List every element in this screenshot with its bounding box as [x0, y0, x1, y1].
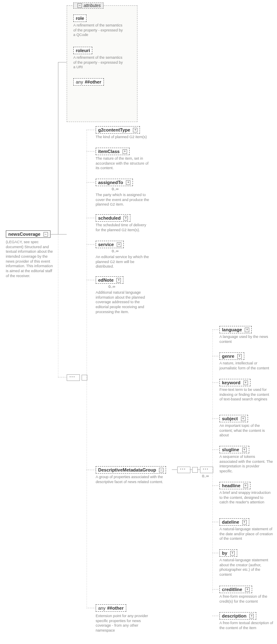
el-headline[interactable]: headline+ [219, 482, 251, 489]
expand-icon[interactable]: + [117, 242, 121, 247]
el-desc: Extension point for any provider specifi… [96, 614, 149, 633]
element-label: service [98, 242, 114, 247]
collapse-icon[interactable]: − [77, 3, 82, 8]
expand-icon[interactable]: + [249, 614, 254, 618]
cardinality: 0..∞ [112, 249, 118, 253]
cardinality: 0..∞ [112, 187, 118, 191]
expand-icon[interactable]: + [242, 448, 247, 452]
sequence-icon [177, 467, 190, 473]
attr-any[interactable]: any##other [73, 78, 104, 86]
choice-icon [192, 467, 198, 473]
el-desc: A natural-language statement about the c… [219, 558, 273, 577]
el-subject[interactable]: subject+ [219, 415, 248, 422]
expand-icon[interactable]: + [245, 328, 249, 332]
el-scheduled[interactable]: scheduled+ [96, 214, 130, 222]
expand-icon[interactable]: + [230, 551, 235, 555]
attr-label: role [76, 16, 84, 21]
expand-icon[interactable]: + [243, 381, 248, 385]
connector [58, 62, 67, 62]
element-desc: (LEGACY, see spec document) Structured a… [6, 240, 55, 279]
el-desc: The party which is assigned to cover the… [96, 193, 149, 207]
expand-icon[interactable]: − [43, 232, 48, 237]
element-label: dateline [222, 520, 239, 524]
any-prefix: any [98, 606, 106, 610]
choice-icon [82, 375, 87, 381]
expand-icon[interactable]: + [245, 587, 250, 592]
connector [197, 469, 200, 470]
el-desc: Additional natural language information … [96, 290, 149, 314]
expand-icon[interactable]: − [159, 468, 164, 472]
el-desc: A natural-language statement of the date… [219, 527, 273, 541]
sequence-icon [67, 374, 80, 381]
element-label: headline [222, 483, 241, 488]
el-desc: Free-text term to be used for indexing o… [219, 388, 273, 402]
element-label: creditline [222, 587, 242, 592]
element-label: assignedTo [98, 180, 123, 185]
element-label: language [222, 327, 242, 332]
el-edNote[interactable]: edNote+ [96, 276, 123, 284]
connector [172, 469, 177, 470]
el-desc: The nature of the item, set in accordanc… [96, 156, 149, 171]
el-desc: A group of properties associated with th… [96, 475, 166, 484]
expand-icon[interactable]: + [241, 417, 246, 421]
el-genre[interactable]: genre+ [219, 352, 244, 360]
el-itemClass[interactable]: itemClass+ [96, 148, 130, 155]
el-desc: A free-form textual description of the c… [219, 621, 273, 630]
attr-role-desc: A refinement of the semantics of the pro… [73, 23, 123, 38]
el-service[interactable]: service+ [96, 241, 124, 248]
el-dateline[interactable]: dateline+ [219, 518, 249, 526]
el-creditline[interactable]: creditline+ [219, 586, 252, 593]
el-any-ext[interactable]: any##other [96, 604, 126, 612]
connector [50, 234, 67, 235]
connector [58, 62, 58, 234]
el-DescriptiveMetadataGroup[interactable]: DescriptiveMetadataGroup− [96, 466, 166, 474]
cardinality: 0..∞ [202, 474, 209, 478]
el-by[interactable]: by+ [219, 549, 237, 557]
expand-icon[interactable]: + [243, 484, 248, 488]
attr-roleuri[interactable]: roleuri [73, 47, 92, 54]
connector [190, 469, 192, 470]
expand-icon[interactable]: + [133, 128, 137, 132]
element-label: newsCoverage [8, 232, 41, 237]
el-desc: A nature, intellectual or journalistic f… [219, 361, 273, 371]
el-desc: The kind of planned G2 item(s) [96, 135, 147, 140]
expand-icon[interactable]: + [116, 278, 121, 282]
element-label: keyword [222, 380, 241, 385]
el-g2contentType[interactable]: g2contentType+ [96, 126, 140, 134]
attributes-title: attributes [84, 3, 101, 8]
el-desc: A language used by the news content [219, 335, 273, 344]
el-language[interactable]: language+ [219, 326, 252, 333]
expand-icon[interactable]: + [123, 216, 128, 220]
expand-icon[interactable]: + [126, 180, 130, 185]
el-assignedTo[interactable]: assignedTo+ [96, 179, 133, 186]
el-desc: A brief and snappy introduction to the c… [219, 491, 273, 505]
attr-roleuri-desc: A refinement of the semantics of the pro… [73, 55, 123, 70]
element-label: subject [222, 416, 238, 421]
expand-icon[interactable]: + [242, 520, 247, 524]
el-description[interactable]: description+ [219, 612, 256, 620]
element-label: description [222, 613, 246, 618]
attributes-header[interactable]: −attributes [73, 2, 104, 9]
el-desc: A free-form expression of the credit(s) … [219, 594, 273, 604]
any-label: ##other [107, 606, 124, 610]
element-label: by [222, 551, 227, 555]
element-newsCoverage[interactable]: newsCoverage− [6, 230, 51, 238]
el-desc: An important topic of the content; what … [219, 424, 273, 438]
el-slugline[interactable]: slugline+ [219, 446, 249, 453]
expand-icon[interactable]: + [123, 149, 127, 154]
element-label: slugline [222, 447, 239, 452]
expand-icon[interactable]: + [237, 354, 242, 359]
sequence-icon [200, 467, 213, 473]
el-desc: A sequence of tokens associated with the… [219, 455, 273, 474]
attr-label: roleuri [76, 48, 90, 53]
element-label: g2contentType [98, 127, 130, 132]
element-label: scheduled [98, 215, 120, 220]
el-desc: The scheduled time of delivery for the p… [96, 223, 149, 232]
any-label: ##other [85, 79, 101, 84]
element-label: itemClass [98, 149, 120, 154]
el-keyword[interactable]: keyword+ [219, 379, 251, 386]
cardinality: 0..∞ [108, 285, 115, 289]
attr-role[interactable]: role [73, 14, 87, 22]
element-label: DescriptiveMetadataGroup [98, 467, 156, 472]
any-prefix: any [76, 79, 83, 84]
